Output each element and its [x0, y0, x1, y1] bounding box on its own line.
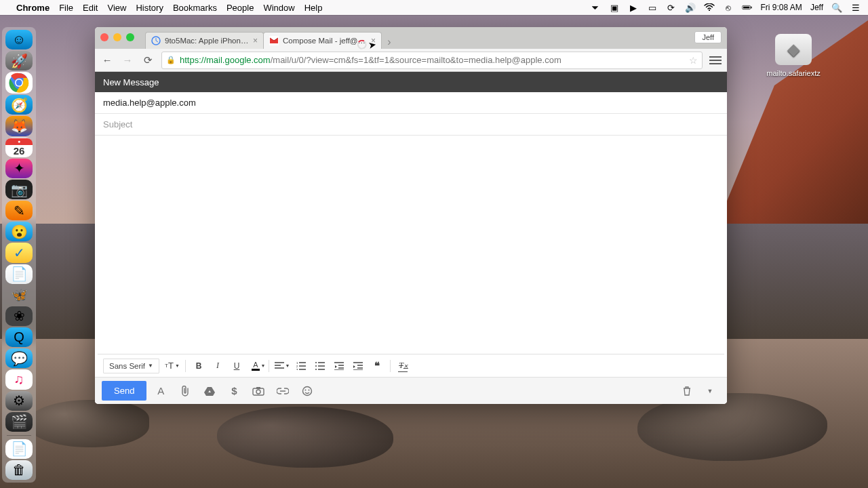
- user-name[interactable]: Jeff: [810, 3, 823, 12]
- notification-center-icon[interactable]: ☰: [850, 2, 861, 13]
- menu-bookmarks[interactable]: Bookmarks: [173, 3, 217, 13]
- desktop-file[interactable]: ◆ mailto.safariextz: [763, 34, 824, 77]
- menu-help[interactable]: Help: [304, 3, 323, 13]
- menu-people[interactable]: People: [226, 3, 254, 13]
- back-button[interactable]: ←: [100, 54, 114, 67]
- dock-calendar[interactable]: ●26: [5, 138, 33, 157]
- dock-photos[interactable]: ❀: [5, 306, 33, 326]
- url-host: https://mail.google.com: [180, 55, 271, 65]
- battery-icon[interactable]: [742, 2, 753, 13]
- forward-button[interactable]: →: [121, 54, 134, 67]
- volume-icon[interactable]: 🔊: [685, 2, 696, 13]
- font-selector[interactable]: Sans Serif▼: [103, 359, 159, 373]
- menu-view[interactable]: View: [107, 3, 126, 13]
- discard-icon[interactable]: [677, 381, 697, 401]
- display-icon[interactable]: ▶: [628, 2, 639, 13]
- tab-close-icon[interactable]: ×: [253, 36, 258, 45]
- money-icon[interactable]: $: [224, 381, 244, 401]
- menu-window[interactable]: Window: [263, 3, 294, 13]
- dock-settings[interactable]: ⚙: [5, 391, 33, 411]
- dock-app-blue[interactable]: 😮: [5, 222, 33, 241]
- safariextz-icon: ◆: [775, 34, 812, 65]
- font-size-icon[interactable]: TT▼: [163, 358, 181, 374]
- browser-tab[interactable]: 9to5Mac: Apple iPhone, M×: [145, 32, 264, 49]
- dock-pixelmator[interactable]: ✎: [5, 201, 33, 220]
- photo-icon[interactable]: [248, 381, 269, 401]
- formatting-toolbar: Sans Serif▼ TT▼ B I U A▼ ▼ 123 ❝ T✕: [98, 354, 724, 377]
- compose-header: New Message: [95, 72, 727, 92]
- text-color-icon[interactable]: A▼: [247, 358, 264, 374]
- app-name[interactable]: Chrome: [16, 3, 50, 13]
- dock-document[interactable]: 📄: [5, 439, 33, 459]
- dock-things[interactable]: ✓: [5, 243, 33, 262]
- svg-point-0: [709, 9, 710, 11]
- bluetooth-icon[interactable]: ⎋: [723, 2, 734, 13]
- window-close-icon[interactable]: [100, 33, 108, 41]
- remove-format-icon[interactable]: T✕: [395, 358, 412, 374]
- italic-icon[interactable]: I: [209, 358, 226, 374]
- menu-history[interactable]: History: [136, 3, 163, 13]
- tab-label: Compose Mail - jeff@9to5: [283, 37, 367, 45]
- chrome-profile-pill[interactable]: Jeff: [694, 31, 722, 43]
- dock-firefox[interactable]: 🦊: [5, 116, 33, 136]
- compose-body[interactable]: [95, 136, 727, 354]
- indent-less-icon[interactable]: [330, 358, 348, 374]
- reload-button[interactable]: ⟳: [141, 54, 155, 67]
- dock-hipchat[interactable]: Q: [5, 327, 33, 347]
- drive-icon[interactable]: [199, 381, 220, 401]
- clock[interactable]: Fri 9:08 AM: [761, 3, 802, 12]
- underline-icon[interactable]: U: [228, 358, 245, 374]
- menu-file[interactable]: File: [59, 3, 73, 13]
- svg-point-14: [315, 365, 317, 367]
- dock-launchpad[interactable]: 🚀: [5, 51, 33, 70]
- subject-input[interactable]: [103, 119, 719, 129]
- chrome-window: 9to5Mac: Apple iPhone, M×Compose Mail - …: [95, 27, 727, 404]
- svg-point-21: [309, 389, 310, 390]
- window-minimize-icon[interactable]: [113, 33, 121, 41]
- svg-point-15: [315, 369, 317, 370]
- send-button[interactable]: Send: [102, 381, 146, 401]
- gmail-compose: New Message media.help@apple.com Sans Se…: [95, 72, 727, 404]
- dock-butterfly[interactable]: 🦋: [5, 285, 33, 305]
- desktop-file-label: mailto.safariextz: [763, 69, 824, 77]
- numbered-list-icon[interactable]: 123: [292, 358, 310, 374]
- dock-notes[interactable]: 📄: [5, 264, 33, 284]
- new-tab-button[interactable]: ›: [381, 35, 397, 49]
- dock-chrome[interactable]: [5, 72, 33, 94]
- dock-finder[interactable]: ☺: [5, 30, 33, 49]
- formatting-toggle-icon[interactable]: A: [151, 381, 171, 401]
- link-icon[interactable]: [273, 381, 293, 401]
- emoji-icon[interactable]: [297, 381, 317, 401]
- more-options-icon[interactable]: ▼: [700, 381, 720, 401]
- dock-safari[interactable]: 🧭: [5, 95, 33, 115]
- bookmark-star-icon[interactable]: ☆: [689, 55, 698, 66]
- mouse-cursor: ➤: [368, 39, 378, 51]
- dock-messages[interactable]: 💬: [5, 348, 33, 368]
- dock-photobooth[interactable]: 📷: [5, 180, 33, 199]
- chrome-menu-icon[interactable]: [709, 56, 722, 64]
- spotlight-icon[interactable]: 🔍: [831, 2, 842, 13]
- indent-more-icon[interactable]: [349, 358, 367, 374]
- dock-trash[interactable]: 🗑: [5, 460, 33, 480]
- airplay-icon[interactable]: ▭: [647, 2, 658, 13]
- chrome-toolbar: ← → ⟳ 🔒 https://mail.google.com/mail/u/0…: [95, 49, 727, 72]
- dock-screenflow[interactable]: 🎬: [5, 412, 33, 432]
- menu-edit[interactable]: Edit: [83, 3, 98, 13]
- subject-field-row[interactable]: [95, 114, 727, 136]
- align-icon[interactable]: ▼: [273, 358, 291, 374]
- dock-finalcut[interactable]: ✦: [5, 159, 33, 178]
- sync-icon[interactable]: ⟳: [666, 2, 677, 13]
- to-field-row[interactable]: media.help@apple.com: [95, 92, 727, 114]
- bold-icon[interactable]: B: [190, 358, 208, 374]
- address-bar[interactable]: 🔒 https://mail.google.com/mail/u/0/?view…: [161, 52, 703, 69]
- wifi-icon[interactable]: [704, 2, 715, 13]
- svg-point-13: [315, 362, 317, 363]
- dropbox-icon[interactable]: ⏷: [590, 2, 601, 13]
- bullet-list-icon[interactable]: [311, 358, 329, 374]
- dock-itunes[interactable]: ♫: [5, 369, 33, 389]
- attach-icon[interactable]: [175, 381, 195, 401]
- menubar: Chrome FileEditViewHistoryBookmarksPeopl…: [0, 0, 868, 15]
- status-icon[interactable]: ▣: [609, 2, 620, 13]
- window-zoom-icon[interactable]: [126, 33, 134, 41]
- quote-icon[interactable]: ❝: [368, 358, 386, 374]
